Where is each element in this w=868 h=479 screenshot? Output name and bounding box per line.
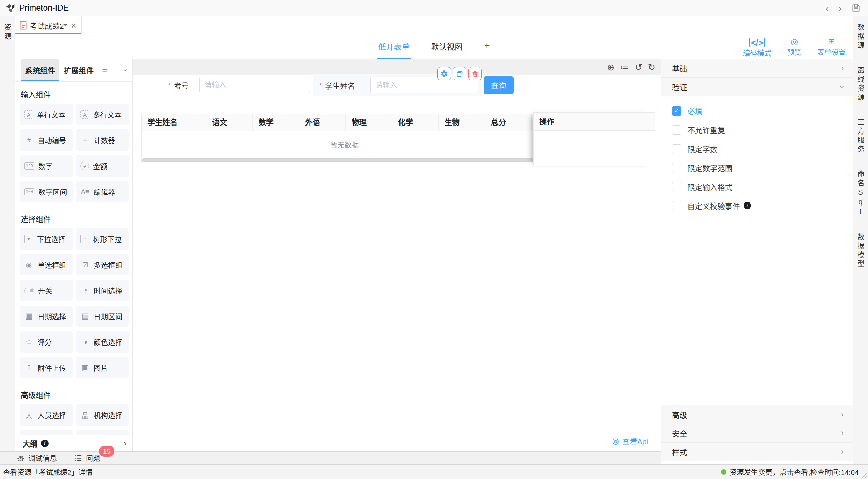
column-header-biology: 生物 [439, 114, 485, 131]
chevron-right-icon: › [841, 447, 844, 456]
view-tab-lowcode-form[interactable]: 低开表单 [377, 34, 411, 59]
outline-info-icon[interactable]: i [41, 440, 49, 447]
collapse-panel-chevron-icon[interactable]: › [124, 65, 127, 75]
option-limit-length[interactable]: 限定字数 [661, 139, 853, 158]
checkbox-icon[interactable] [672, 144, 681, 153]
section-basic[interactable]: 基础 › [661, 59, 853, 78]
add-view-button[interactable]: + [483, 34, 491, 59]
rail-item-offline-resources[interactable]: 离线资源 [853, 59, 868, 111]
preview-button[interactable]: ◎ 预览 [787, 37, 801, 58]
component-item-auto-number[interactable]: #自动编号 [20, 129, 73, 151]
field-settings-button[interactable] [437, 67, 451, 80]
component-item-time-picker[interactable]: ◔时间选择 [76, 280, 129, 301]
component-item-checkbox-group[interactable]: ☑多选框组 [76, 254, 129, 275]
component-item-counter[interactable]: ±计数器 [76, 129, 129, 151]
section-validation[interactable]: 验证 › [661, 78, 853, 96]
save-icon[interactable] [851, 3, 861, 13]
close-tab-icon[interactable]: × [71, 22, 77, 29]
history-back-icon[interactable]: ‹ [825, 3, 829, 14]
status-left-text[interactable]: 查看资源「考试成绩2」详情 [3, 467, 93, 477]
history-forward-icon[interactable]: › [838, 3, 842, 14]
option-required[interactable]: ✓ 必填 [661, 101, 853, 120]
component-panel: 系统组件 扩展组件 ≔ › 输入组件 A单行文本 A多行文本 #自动编号 ±计数… [15, 59, 133, 435]
radio-group-icon: ◉ [24, 260, 34, 269]
component-item-number-range[interactable]: 1~3数字区间 [20, 181, 73, 202]
eye-icon: ◎ [612, 436, 619, 446]
option-no-duplicates[interactable]: 不允许重复 [661, 120, 853, 139]
checkbox-icon[interactable] [672, 201, 681, 210]
component-item-date-range[interactable]: ▤日期区间 [76, 306, 129, 327]
component-list: 输入组件 A单行文本 A多行文本 #自动编号 ±计数器 123数字 ¥金额 1~… [15, 82, 132, 435]
view-tabs: 低开表单 默认视图 + [15, 34, 853, 59]
option-limit-input-format[interactable]: 限定输入格式 [661, 177, 853, 196]
exam-number-input[interactable] [199, 77, 310, 93]
problems-count-badge: 15 [99, 446, 114, 457]
tab-system-components[interactable]: 系统组件 [21, 59, 59, 81]
resize-grip[interactable] [861, 472, 867, 478]
rail-item-data-source[interactable]: 数据源 [853, 16, 868, 59]
component-item-popup-select[interactable]: □弹窗选择 [76, 430, 129, 435]
component-item-number[interactable]: 123数字 [20, 155, 73, 177]
option-limit-number-range[interactable]: 限定数字范围 [661, 158, 853, 177]
checkbox-icon[interactable] [672, 163, 681, 172]
section-security[interactable]: 安全 › [661, 424, 853, 442]
component-item-amount[interactable]: ¥金额 [76, 155, 129, 177]
number-icon: 123 [24, 162, 34, 170]
column-header-chemistry: 化学 [392, 114, 439, 131]
rail-item-named-sql[interactable]: 命名Sql [853, 163, 868, 226]
view-tab-default-view[interactable]: 默认视图 [430, 34, 464, 59]
rail-item-resources[interactable]: 资源 [0, 16, 15, 50]
checkbox-icon[interactable] [672, 182, 681, 191]
column-header-physics: 物理 [346, 114, 392, 131]
component-item-editor[interactable]: A≡编辑器 [76, 181, 129, 202]
field-label-exam-number: 考号 [174, 80, 189, 91]
i18n-globe-icon[interactable]: ⊕ [607, 62, 614, 73]
rail-item-third-party-services[interactable]: 三方服务 [853, 111, 868, 163]
debug-info-button[interactable]: 调试信息 [16, 453, 57, 463]
section-title-select: 选择组件 [21, 213, 129, 224]
delete-field-button[interactable] [468, 67, 482, 80]
option-custom-validation-event[interactable]: 自定义校验事件 i [661, 196, 853, 215]
component-list-icon[interactable]: ≔ [101, 66, 108, 74]
outline-tree-icon[interactable]: ≔ [620, 62, 629, 73]
outline-bar[interactable]: 大纲 i › [15, 435, 133, 451]
component-item-user-select[interactable]: 人人员选择 [20, 404, 73, 426]
doc-tab-exam-scores[interactable]: 考试成绩2* × [15, 16, 82, 34]
form-document-icon [20, 21, 27, 30]
checkbox-icon[interactable] [672, 125, 681, 135]
view-bar-actions: </> 编码模式 ◎ 预览 ⊞ 表单设置 [743, 37, 846, 58]
component-item-single-line-text[interactable]: A单行文本 [20, 104, 73, 125]
component-item-post-select[interactable]: 8岗位选择 [20, 430, 73, 435]
section-advanced[interactable]: 高级 › [661, 405, 853, 424]
code-mode-button[interactable]: </> 编码模式 [743, 37, 771, 58]
component-item-tree-select[interactable]: ≡树形下拉 [76, 228, 129, 250]
component-item-date-picker[interactable]: ▦日期选择 [20, 306, 73, 327]
auto-number-icon: # [24, 136, 34, 145]
component-item-dropdown-select[interactable]: ▾下拉选择 [20, 228, 73, 250]
tab-extension-components[interactable]: 扩展组件 [59, 59, 98, 81]
canvas-toolbar-strip [133, 59, 661, 75]
component-item-org-select[interactable]: 品机构选择 [76, 404, 129, 426]
component-item-file-upload[interactable]: ↥附件上传 [20, 357, 73, 378]
status-right[interactable]: 资源发生变更，点击查看,检查时间:14:04 [721, 467, 859, 477]
component-item-multi-line-text[interactable]: A多行文本 [76, 104, 129, 125]
info-icon[interactable]: i [744, 202, 751, 209]
component-item-image[interactable]: ▣图片 [76, 357, 129, 378]
org-select-icon: 品 [80, 410, 90, 420]
problems-button[interactable]: 问题 15 [74, 453, 100, 463]
checkbox-checked-icon[interactable]: ✓ [672, 106, 681, 116]
component-item-rating[interactable]: ☆评分 [20, 331, 73, 353]
copy-field-button[interactable] [453, 67, 466, 80]
rail-item-data-model[interactable]: 数据模型 [853, 226, 868, 278]
component-item-switch[interactable]: 开关 [20, 280, 73, 301]
section-style[interactable]: 样式 › [661, 442, 853, 461]
component-item-radio-group[interactable]: ◉单选框组 [20, 254, 73, 275]
redo-icon[interactable]: ↻ [648, 62, 656, 73]
trash-icon [471, 70, 479, 78]
view-api-link[interactable]: ◎ 查看Api [612, 436, 648, 446]
form-settings-button[interactable]: ⊞ 表单设置 [817, 37, 846, 58]
query-button[interactable]: 查询 [484, 76, 514, 94]
component-item-color-picker[interactable]: ◑颜色选择 [76, 331, 129, 353]
undo-icon[interactable]: ↺ [635, 62, 642, 73]
outline-expand-chevron-icon[interactable]: › [124, 438, 127, 448]
